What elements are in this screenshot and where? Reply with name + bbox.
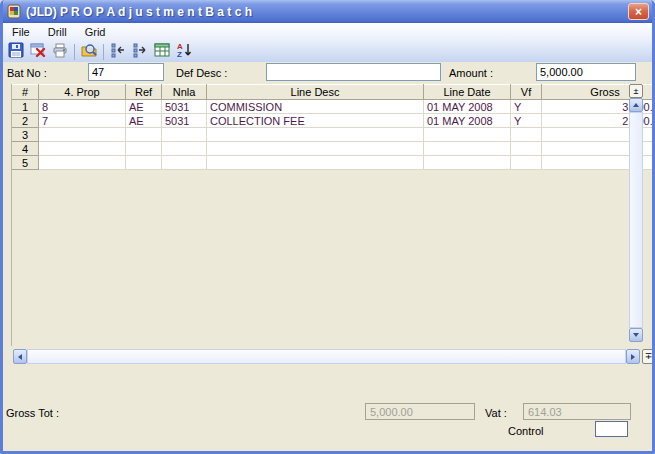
amount-input[interactable] — [536, 63, 636, 81]
grid-row: 3 — [12, 128, 655, 142]
grid-cell[interactable] — [511, 128, 542, 142]
scroll-right-icon — [631, 354, 635, 360]
grid-cell[interactable] — [207, 156, 424, 170]
row-number-cell[interactable]: 3 — [12, 128, 39, 142]
find-button[interactable] — [79, 43, 99, 61]
grid-row: 27AE5031COLLECTION FEE01 MAY 2008Y2,000.… — [12, 114, 655, 128]
scroll-up-icon — [633, 103, 639, 107]
grid-cell[interactable]: COLLECTION FEE — [207, 114, 424, 128]
sort-az-button[interactable]: A Z — [174, 43, 194, 61]
find-icon — [81, 42, 97, 62]
grid-cell[interactable] — [424, 156, 511, 170]
insert-line-icon — [110, 42, 126, 62]
sort-az-icon: A Z — [176, 42, 192, 62]
grid-cell[interactable]: Y — [511, 100, 542, 114]
row-number-cell[interactable]: 2 — [12, 114, 39, 128]
export-grid-icon — [154, 42, 170, 62]
adjustment-grid: #4. PropRefNnlaLine DescLine DateVfGross… — [12, 84, 655, 170]
append-line-button[interactable] — [130, 43, 150, 61]
grid-cell[interactable] — [39, 128, 126, 142]
scroll-right-button[interactable] — [626, 349, 640, 364]
scroll-down-button[interactable] — [629, 328, 643, 342]
grid-cell[interactable] — [39, 156, 126, 170]
save-button[interactable] — [6, 43, 26, 61]
grid-page-up-button[interactable]: ± — [629, 84, 643, 98]
app-icon — [6, 4, 22, 20]
control-label: Control — [508, 425, 543, 437]
save-icon — [8, 42, 24, 62]
grid-cell[interactable] — [207, 142, 424, 156]
grid-cell[interactable]: 5031 — [162, 100, 207, 114]
grid-cell[interactable]: 01 MAY 2008 — [424, 114, 511, 128]
def-desc-input[interactable] — [266, 63, 441, 81]
grid-column-header[interactable]: 4. Prop — [39, 85, 126, 100]
grid-column-header[interactable]: Ref — [126, 85, 162, 100]
bat-no-label: Bat No : — [7, 67, 47, 79]
grid-page-down-button[interactable]: ∓ — [642, 349, 655, 364]
grid-body: 18AE5031COMMISSION01 MAY 2008Y3,000.0027… — [12, 100, 655, 170]
grid-cell[interactable]: COMMISSION — [207, 100, 424, 114]
gross-tot-input — [365, 403, 475, 420]
exit-icon — [30, 42, 46, 62]
append-line-icon — [132, 42, 148, 62]
horizontal-scroll-track[interactable] — [27, 349, 626, 364]
grid-cell[interactable]: 5031 — [162, 114, 207, 128]
grid-cell[interactable] — [162, 142, 207, 156]
window-title: (JLD) P R O P A d j u s t m e n t B a t … — [26, 5, 252, 19]
grid-cell[interactable] — [511, 142, 542, 156]
export-grid-button[interactable] — [152, 43, 172, 61]
toolbar: A Z — [3, 41, 652, 62]
grid-cell[interactable] — [39, 142, 126, 156]
grid-container: #4. PropRefNnlaLine DescLine DateVfGross… — [11, 84, 643, 346]
scroll-left-button[interactable] — [13, 349, 27, 364]
grid-column-header[interactable]: # — [12, 85, 39, 100]
amount-label: Amount : — [449, 67, 493, 79]
menu-drill[interactable]: Drill — [39, 24, 76, 40]
grid-column-header[interactable]: Line Desc — [207, 85, 424, 100]
grid-cell[interactable]: AE — [126, 114, 162, 128]
row-number-cell[interactable]: 4 — [12, 142, 39, 156]
grid-row: 5 — [12, 156, 655, 170]
insert-line-button[interactable] — [108, 43, 128, 61]
scroll-up-button[interactable] — [629, 98, 643, 112]
svg-text:Z: Z — [177, 50, 182, 58]
close-button[interactable]: × — [628, 3, 649, 20]
grid-cell[interactable] — [207, 128, 424, 142]
row-number-cell[interactable]: 5 — [12, 156, 39, 170]
batch-fields: Bat No : Def Desc : Amount : — [3, 62, 652, 84]
grid-row: 4 — [12, 142, 655, 156]
grid-cell[interactable]: Y — [511, 114, 542, 128]
control-input[interactable] — [595, 421, 628, 437]
gross-tot-label: Gross Tot : — [6, 407, 59, 419]
def-desc-label: Def Desc : — [176, 67, 227, 79]
grid-cell[interactable] — [424, 128, 511, 142]
grid-cell[interactable]: 01 MAY 2008 — [424, 100, 511, 114]
menu-grid[interactable]: Grid — [76, 24, 115, 40]
grid-cell[interactable]: 8 — [39, 100, 126, 114]
grid-column-header[interactable]: Vf — [511, 85, 542, 100]
grid-cell[interactable] — [162, 128, 207, 142]
grid-column-header[interactable]: Nnla — [162, 85, 207, 100]
grid-cell[interactable]: AE — [126, 100, 162, 114]
title-bar: (JLD) P R O P A d j u s t m e n t B a t … — [0, 0, 655, 23]
menu-file[interactable]: File — [3, 24, 39, 40]
grid-cell[interactable]: 7 — [39, 114, 126, 128]
grid-cell[interactable] — [126, 142, 162, 156]
toolbar-separator — [74, 44, 75, 60]
print-button[interactable] — [50, 43, 70, 61]
grid-cell[interactable] — [511, 156, 542, 170]
grid-column-header[interactable]: Line Date — [424, 85, 511, 100]
grid-cell[interactable] — [126, 156, 162, 170]
scroll-down-icon — [633, 333, 639, 337]
grid-cell[interactable] — [162, 156, 207, 170]
grid-header-row: #4. PropRefNnlaLine DescLine DateVfGross — [12, 85, 655, 100]
toolbar-separator — [103, 44, 104, 60]
vertical-scroll-track[interactable] — [629, 112, 643, 328]
grid-cell[interactable] — [126, 128, 162, 142]
grid-cell[interactable] — [424, 142, 511, 156]
menu-bar: File Drill Grid — [3, 23, 652, 41]
bat-no-input[interactable] — [88, 63, 164, 81]
exit-button[interactable] — [28, 43, 48, 61]
row-number-cell[interactable]: 1 — [12, 100, 39, 114]
vat-label: Vat : — [485, 407, 507, 419]
